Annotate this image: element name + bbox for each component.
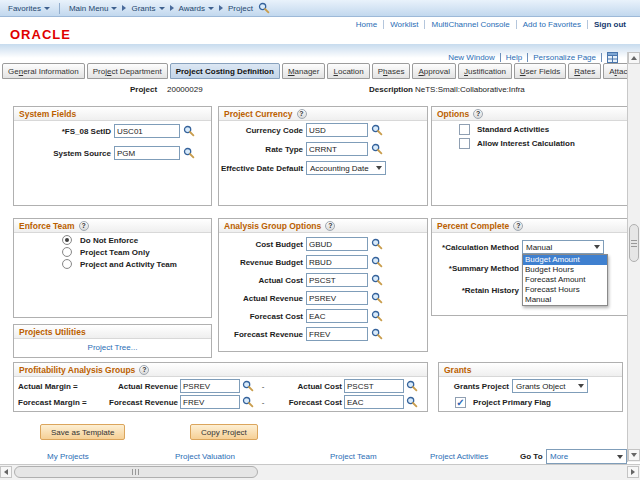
option-budget-amount[interactable]: Budget Amount <box>523 255 607 265</box>
cost-budget-input[interactable] <box>306 237 368 251</box>
tab-general-information[interactable]: General Information <box>2 63 85 79</box>
grants-project-select[interactable]: Grants Object <box>512 379 588 393</box>
option-manual[interactable]: Manual <box>523 295 607 305</box>
horizontal-scrollbar[interactable] <box>0 464 640 480</box>
forecast-cost-input[interactable] <box>344 395 404 409</box>
project-activity-team-radio[interactable] <box>62 259 72 269</box>
option-forecast-hours[interactable]: Forecast Hours <box>523 285 607 295</box>
new-window-link[interactable]: New Window <box>448 53 495 62</box>
help-link[interactable]: Help <box>506 53 522 62</box>
scroll-up-button[interactable] <box>628 52 640 64</box>
help-icon[interactable]: ? <box>297 109 307 119</box>
forecast-revenue-lookup-icon[interactable] <box>242 396 254 408</box>
tab-justification[interactable]: Justification <box>458 63 512 79</box>
tab-project-department[interactable]: Project Department <box>87 63 168 79</box>
menu-awards[interactable]: Awards <box>179 4 215 13</box>
main-menu[interactable]: Main Menu <box>69 4 118 13</box>
add-to-favorites-link[interactable]: Add to Favorites <box>523 20 581 29</box>
help-icon[interactable]: ? <box>513 221 523 231</box>
help-icon[interactable]: ? <box>473 109 483 119</box>
forecast-revenue-input[interactable] <box>180 395 240 409</box>
project-activities-link[interactable]: Project Activities <box>430 452 488 461</box>
actual-revenue-input[interactable] <box>306 291 368 305</box>
actual-revenue-input[interactable] <box>180 379 240 393</box>
help-icon[interactable]: ? <box>325 221 335 231</box>
project-valuation-link[interactable]: Project Valuation <box>175 452 235 461</box>
setid-input[interactable] <box>114 124 180 138</box>
project-primary-flag-checkbox[interactable] <box>455 397 466 408</box>
scroll-left-button[interactable] <box>0 466 12 478</box>
chevron-down-icon <box>594 245 600 249</box>
project-team-link[interactable]: Project Team <box>330 452 377 461</box>
search-icon[interactable] <box>258 2 270 14</box>
effective-date-select[interactable]: Accounting Date <box>306 161 386 175</box>
divider <box>527 53 528 62</box>
rate-type-label: Rate Type <box>221 145 303 154</box>
favorites-menu[interactable]: Favorites <box>8 4 50 13</box>
copy-project-button[interactable]: Copy Project <box>190 424 258 440</box>
menu-grants[interactable]: Grants <box>131 4 164 13</box>
actual-cost-input[interactable] <box>306 273 368 287</box>
personalize-layout-icon[interactable] <box>607 52 618 63</box>
tab-project-costing-definition[interactable]: Project Costing Definition <box>170 63 280 79</box>
actual-cost-lookup-icon[interactable] <box>371 274 383 286</box>
forecast-cost-input[interactable] <box>306 309 368 323</box>
option-budget-hours[interactable]: Budget Hours <box>523 265 607 275</box>
project-activity-team-row: Project and Activity Team <box>14 259 211 269</box>
tab-rates[interactable]: Rates <box>568 63 601 79</box>
option-forecast-amount[interactable]: Forecast Amount <box>523 275 607 285</box>
forecast-cost-label: Forecast Cost <box>272 398 342 407</box>
scroll-right-button[interactable] <box>627 466 639 478</box>
actual-revenue-lookup-icon[interactable] <box>242 380 254 392</box>
forecast-cost-lookup-icon[interactable] <box>406 396 418 408</box>
revenue-budget-input[interactable] <box>306 255 368 269</box>
vertical-scrollbar-thumb[interactable] <box>629 224 639 262</box>
horizontal-scrollbar-thumb[interactable] <box>14 466 258 478</box>
actual-revenue-lookup-icon[interactable] <box>371 292 383 304</box>
multichannel-console-link[interactable]: MultiChannel Console <box>431 20 509 29</box>
project-currency-section: Project Currency? Currency Code Rate Typ… <box>218 106 428 206</box>
forecast-revenue-row: Forecast Revenue <box>219 327 427 341</box>
system-source-lookup-icon[interactable] <box>183 147 195 159</box>
rate-type-lookup-icon[interactable] <box>371 143 383 155</box>
vertical-scrollbar[interactable] <box>627 52 640 462</box>
setid-lookup-icon[interactable] <box>183 125 195 137</box>
tab-manager[interactable]: Manager <box>282 63 326 79</box>
actual-cost-input[interactable] <box>344 379 404 393</box>
summary-method-label: *Summary Method <box>434 264 519 273</box>
tab-phases[interactable]: Phases <box>372 63 411 79</box>
currency-code-lookup-icon[interactable] <box>371 124 383 136</box>
forecast-revenue-lookup-icon[interactable] <box>371 328 383 340</box>
cost-budget-lookup-icon[interactable] <box>371 238 383 250</box>
do-not-enforce-radio[interactable] <box>62 235 72 245</box>
home-link[interactable]: Home <box>356 20 377 29</box>
tab-location[interactable]: Location <box>327 63 369 79</box>
standard-activities-checkbox[interactable] <box>459 124 470 135</box>
cost-budget-label: Cost Budget <box>221 240 303 249</box>
calculation-method-select[interactable]: Manual <box>522 240 604 254</box>
calculation-method-options: Budget AmountBudget HoursForecast Amount… <box>522 254 608 306</box>
system-source-input[interactable] <box>114 146 180 160</box>
my-projects-link[interactable]: My Projects <box>47 452 89 461</box>
forecast-revenue-input[interactable] <box>306 327 368 341</box>
goto-select[interactable]: More <box>546 449 627 464</box>
personalize-page-link[interactable]: Personalize Page <box>533 53 596 62</box>
analysis-group-options-section: Analysis Group Options? Cost Budget Reve… <box>218 218 428 352</box>
tab-user-fields[interactable]: User Fields <box>514 63 566 79</box>
actual-cost-lookup-icon[interactable] <box>406 380 418 392</box>
save-as-template-button[interactable]: Save as Template <box>40 424 125 440</box>
help-icon[interactable]: ? <box>139 365 149 375</box>
sign-out-link[interactable]: Sign out <box>594 20 626 29</box>
allow-interest-checkbox[interactable] <box>459 138 470 149</box>
project-tree-link[interactable]: Project Tree... <box>88 343 138 352</box>
rate-type-input[interactable] <box>306 142 368 156</box>
page-action-links: New Window Help Personalize Page <box>448 52 618 63</box>
forecast-cost-lookup-icon[interactable] <box>371 310 383 322</box>
scroll-down-button[interactable] <box>628 449 640 461</box>
project-team-only-radio[interactable] <box>62 247 72 257</box>
currency-code-input[interactable] <box>306 123 368 137</box>
worklist-link[interactable]: Worklist <box>390 20 418 29</box>
help-icon[interactable]: ? <box>79 221 89 231</box>
tab-approval[interactable]: Approval <box>412 63 456 79</box>
revenue-budget-lookup-icon[interactable] <box>371 256 383 268</box>
